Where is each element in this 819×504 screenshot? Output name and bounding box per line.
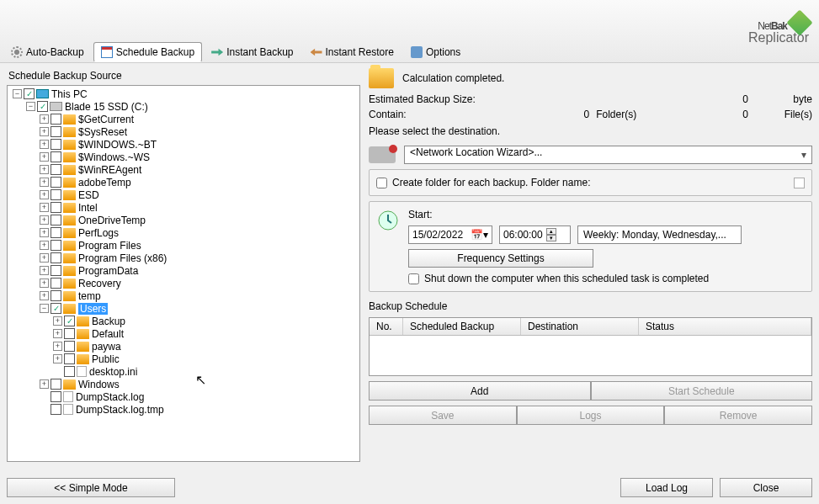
save-button[interactable]: Save	[369, 406, 517, 425]
col-status[interactable]: Status	[639, 318, 811, 335]
instant-restore-tab[interactable]: Instant Restore	[303, 42, 402, 62]
expander-icon[interactable]: +	[40, 266, 49, 275]
tree-checkbox[interactable]	[51, 189, 61, 200]
time-up[interactable]: ▴	[546, 228, 556, 235]
start-schedule-button[interactable]: Start Schedule	[591, 381, 813, 401]
recurrence-display[interactable]: Weekly: Monday, Wednesday,...	[577, 225, 742, 244]
tree-checkbox[interactable]	[64, 328, 75, 339]
instant-backup-tab[interactable]: Instant Backup	[204, 42, 300, 62]
tree-checkbox[interactable]	[51, 177, 61, 188]
tree-checkbox[interactable]	[51, 290, 61, 301]
tree-item[interactable]: +Windows	[9, 378, 358, 390]
simple-mode-button[interactable]: << Simple Mode	[7, 478, 175, 497]
tree-checkbox[interactable]	[37, 101, 48, 112]
add-button[interactable]: Add	[369, 381, 591, 401]
col-scheduled-backup[interactable]: Scheduled Backup	[403, 318, 521, 335]
tree-item[interactable]: +ESD	[9, 188, 358, 201]
shutdown-checkbox[interactable]	[408, 273, 419, 284]
expander-icon[interactable]: +	[53, 316, 62, 326]
tree-checkbox[interactable]	[24, 88, 35, 99]
tree-root[interactable]: −This PC	[9, 88, 358, 100]
expander-icon[interactable]: +	[40, 190, 49, 199]
expander-icon[interactable]: +	[53, 329, 62, 338]
tree-item[interactable]: +Program Files (x86)	[9, 252, 358, 264]
expander-icon[interactable]: +	[40, 114, 49, 124]
tree-checkbox[interactable]	[51, 202, 61, 213]
tree-checkbox[interactable]	[51, 404, 61, 415]
tree-item[interactable]: +Default	[9, 327, 358, 340]
expander-icon[interactable]: +	[40, 178, 49, 187]
schedule-backup-tab[interactable]: Schedule Backup	[93, 42, 202, 62]
tree-checkbox[interactable]	[64, 353, 75, 364]
tree-users[interactable]: −Users	[9, 302, 358, 315]
expander-icon[interactable]: +	[40, 253, 49, 263]
tree-item[interactable]: DumpStack.log	[9, 390, 358, 403]
expander-icon[interactable]: +	[40, 379, 49, 389]
tree-checkbox[interactable]	[51, 227, 61, 238]
tree-item[interactable]: +$WINDOWS.~BT	[9, 138, 358, 151]
tree-checkbox[interactable]	[51, 379, 61, 390]
tree-item[interactable]: +Recovery	[9, 277, 358, 289]
tree-item[interactable]: +adobeTemp	[9, 176, 358, 188]
load-log-button[interactable]: Load Log	[620, 478, 713, 497]
tree-checkbox[interactable]	[64, 366, 75, 377]
logs-button[interactable]: Logs	[517, 406, 665, 425]
remove-button[interactable]: Remove	[664, 406, 812, 425]
tree-item[interactable]: +Program Files	[9, 239, 358, 252]
expander-icon[interactable]: +	[53, 342, 62, 351]
expander-icon[interactable]: +	[40, 140, 49, 149]
tree-checkbox[interactable]	[51, 164, 61, 175]
tree-checkbox[interactable]	[51, 265, 61, 276]
expander-icon[interactable]: −	[26, 102, 35, 111]
tree-checkbox[interactable]	[51, 139, 61, 150]
tree-item[interactable]: +$SysReset	[9, 125, 358, 138]
tree-checkbox[interactable]	[51, 114, 61, 125]
tree-item[interactable]: +Public	[9, 353, 358, 365]
tree-checkbox[interactable]	[51, 391, 61, 402]
tree-item[interactable]: +$Windows.~WS	[9, 151, 358, 163]
destination-combo[interactable]: <Network Location Wizard>...	[404, 146, 812, 164]
tree-item[interactable]: +PerfLogs	[9, 226, 358, 239]
tree-checkbox[interactable]	[51, 151, 61, 162]
expander-icon[interactable]: +	[40, 203, 49, 212]
tree-item[interactable]: +Backup	[9, 315, 358, 327]
tree-item[interactable]: +OneDriveTemp	[9, 214, 358, 226]
tree-checkbox[interactable]	[64, 316, 75, 326]
tree-checkbox[interactable]	[51, 240, 61, 251]
tree-item[interactable]: desktop.ini	[9, 365, 358, 378]
tree-checkbox[interactable]	[51, 252, 61, 263]
time-down[interactable]: ▾	[546, 235, 556, 241]
expander-icon[interactable]: −	[13, 89, 22, 98]
tree-checkbox[interactable]	[51, 303, 61, 314]
close-button[interactable]: Close	[720, 478, 812, 497]
start-time-input[interactable]: 06:00:00▴▾	[499, 225, 571, 244]
schedule-table[interactable]: No. Scheduled Backup Destination Status	[369, 317, 812, 376]
create-folder-checkbox[interactable]	[376, 178, 387, 188]
frequency-settings-button[interactable]: Frequency Settings	[408, 249, 593, 268]
folder-name-input[interactable]	[794, 178, 805, 188]
expander-icon[interactable]: −	[40, 304, 49, 313]
tree-item[interactable]: DumpStack.log.tmp	[9, 403, 358, 416]
expander-icon[interactable]: +	[40, 165, 49, 174]
expander-icon[interactable]: +	[40, 152, 49, 162]
tree-item[interactable]: +ProgramData	[9, 264, 358, 277]
tree-item[interactable]: +$WinREAgent	[9, 163, 358, 176]
expander-icon[interactable]: +	[40, 127, 49, 136]
col-destination[interactable]: Destination	[521, 318, 639, 335]
tree-item[interactable]: +paywa	[9, 340, 358, 353]
expander-icon[interactable]: +	[53, 354, 62, 363]
options-tab[interactable]: Options	[403, 42, 468, 62]
source-tree[interactable]: −This PC−Blade 15 SSD (C:)+$GetCurrent+$…	[7, 85, 360, 462]
expander-icon[interactable]: +	[40, 215, 49, 225]
tree-drive[interactable]: −Blade 15 SSD (C:)	[9, 100, 358, 113]
col-no[interactable]: No.	[370, 318, 403, 335]
tree-checkbox[interactable]	[64, 341, 75, 352]
tree-checkbox[interactable]	[51, 278, 61, 289]
tree-item[interactable]: +$GetCurrent	[9, 113, 358, 125]
expander-icon[interactable]: +	[40, 241, 49, 250]
expander-icon[interactable]: +	[40, 228, 49, 237]
tree-item[interactable]: +temp	[9, 289, 358, 302]
tree-checkbox[interactable]	[51, 215, 61, 225]
start-date-input[interactable]: 15/02/2022📅▾	[408, 225, 492, 244]
expander-icon[interactable]: +	[40, 291, 49, 300]
